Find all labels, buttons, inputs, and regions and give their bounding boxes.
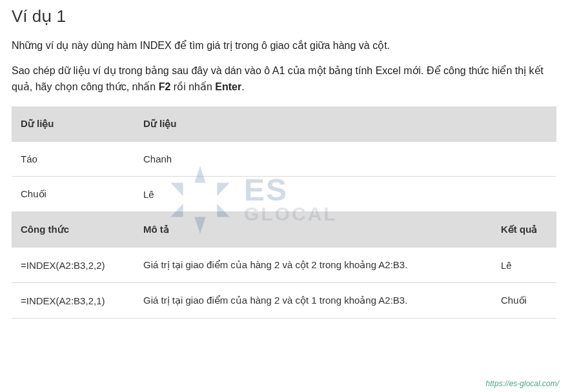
data-header-1: Dữ liệu	[12, 106, 134, 142]
formula-row: =INDEX(A2:B3,2,1) Giá trị tại giao điểm …	[12, 283, 556, 318]
data-cell: Chuối	[12, 177, 134, 212]
footer-url: https://es-glocal.com/	[486, 379, 559, 388]
example-table: Dữ liệu Dữ liệu Táo Chanh Chuối Lê Công …	[12, 106, 556, 318]
formula-row: =INDEX(A2:B3,2,2) Giá trị tại giao điểm …	[12, 248, 556, 283]
key-f2: F2	[159, 81, 171, 92]
result-cell: Lê	[492, 248, 556, 283]
example-heading: Ví dụ 1	[12, 6, 556, 26]
intro-paragraph-1: Những ví dụ này dùng hàm INDEX để tìm gi…	[12, 38, 556, 54]
data-row: Chuối Lê	[12, 177, 556, 212]
intro2-text: Sao chép dữ liệu ví dụ trong bảng sau đâ…	[12, 65, 543, 92]
data-header-2: Dữ liệu	[134, 106, 556, 142]
data-cell: Lê	[134, 177, 556, 212]
formula-cell: =INDEX(A2:B3,2,1)	[12, 283, 134, 318]
data-row: Táo Chanh	[12, 142, 556, 177]
description-cell: Giá trị tại giao điểm của hàng 2 và cột …	[134, 248, 492, 283]
intro2-mid: rồi nhấn	[170, 81, 215, 92]
header-formula: Công thức	[12, 212, 134, 248]
data-cell: Chanh	[134, 142, 556, 177]
header-result: Kết quả	[492, 212, 556, 248]
data-header-row: Dữ liệu Dữ liệu	[12, 106, 556, 142]
description-cell: Giá trị tại giao điểm của hàng 2 và cột …	[134, 283, 492, 318]
result-cell: Chuối	[492, 283, 556, 318]
intro-paragraph-2: Sao chép dữ liệu ví dụ trong bảng sau đâ…	[12, 63, 556, 95]
data-cell: Táo	[12, 142, 134, 177]
key-enter: Enter	[215, 81, 241, 92]
formula-header-row: Công thức Mô tả Kết quả	[12, 212, 556, 248]
header-description: Mô tả	[134, 212, 492, 248]
intro2-post: .	[241, 81, 244, 92]
formula-cell: =INDEX(A2:B3,2,2)	[12, 248, 134, 283]
